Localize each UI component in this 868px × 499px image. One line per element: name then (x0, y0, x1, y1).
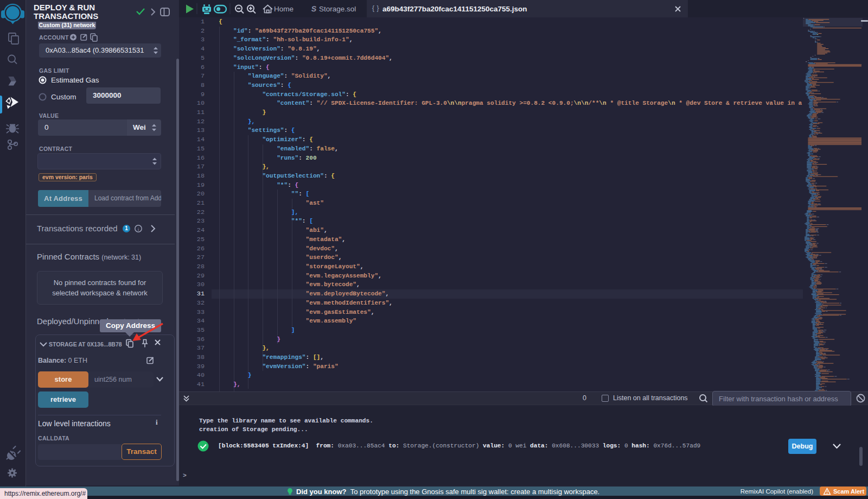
svg-text:i: i (138, 226, 139, 232)
